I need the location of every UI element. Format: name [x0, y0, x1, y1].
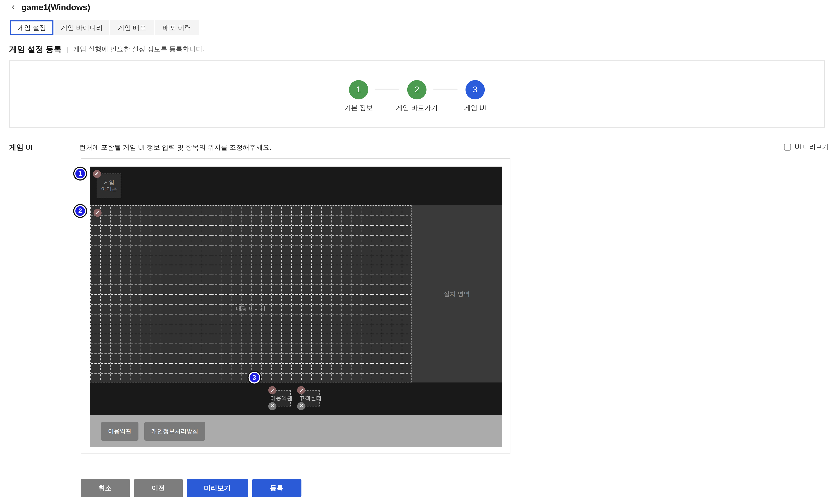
preview-button[interactable]: 미리보기: [187, 479, 248, 497]
game-icon-dropzone[interactable]: 게임 아이콘: [97, 174, 121, 198]
step-badge-2: 2: [74, 205, 86, 217]
edit-icon: [95, 172, 99, 176]
footer-divider: [9, 466, 825, 467]
back-icon[interactable]: ‹: [12, 2, 15, 12]
tab-game-binary[interactable]: 게임 바이너리: [54, 20, 109, 35]
step-badge-3: 3: [249, 372, 260, 383]
game-ui-label: 게임 UI: [9, 143, 33, 152]
section-description: 게임 실행에 필요한 설정 정보를 등록합니다.: [73, 45, 204, 54]
tab-game-deploy[interactable]: 게임 배포: [110, 20, 154, 35]
edit-icon: [95, 211, 100, 215]
mockup-header-band: [90, 167, 502, 205]
game-icon-dropzone-label-line2: 아이콘: [101, 186, 117, 192]
page-title: game1(Windows): [21, 3, 90, 12]
game-icon-dropzone-label-line1: 게임: [101, 179, 117, 186]
step-label-basic-info: 기본 정보: [344, 104, 373, 113]
mockup-bottom-band: [90, 382, 502, 415]
step-label-game-ui: 게임 UI: [464, 104, 486, 113]
install-area-label: 설치 영역: [443, 290, 470, 298]
tab-deploy-history[interactable]: 배포 이력: [155, 20, 199, 35]
section-title: 게임 설정 등록: [9, 44, 62, 55]
edit-icon: [270, 388, 275, 393]
step-circle-1: 1: [349, 80, 368, 99]
background-dropzone-label: 배경 이미지: [90, 305, 411, 312]
launcher-preview-panel: 게임 아이콘 배경 이미지: [81, 158, 510, 454]
game-ui-description: 런처에 포함될 게임 UI 정보 입력 및 항목의 위치를 조정해주세요.: [79, 143, 271, 152]
edit-icon: [299, 388, 304, 393]
submit-button[interactable]: 등록: [252, 479, 301, 497]
mockup-footer-bar: 이용약관 개인정보처리방침: [90, 415, 502, 447]
step-connector-2: [433, 89, 457, 90]
previous-button[interactable]: 이전: [134, 479, 182, 497]
footer-privacy-button[interactable]: 개인정보처리방침: [144, 422, 205, 440]
tab-game-settings[interactable]: 게임 설정: [10, 20, 54, 35]
step-circle-3: 3: [466, 80, 485, 99]
tab-bar: 게임 설정 게임 바이너리 게임 배포 배포 이력: [10, 20, 199, 35]
stepper-panel: 1 2 3 기본 정보 게임 바로가기 게임 UI: [9, 60, 825, 128]
action-bar: 취소 이전 미리보기 등록: [81, 479, 301, 497]
footer-terms-button[interactable]: 이용약관: [101, 422, 138, 440]
ui-preview-checkbox[interactable]: UI 미리보기: [784, 143, 828, 152]
step-connector-1: [374, 89, 399, 90]
step-circle-2: 2: [407, 80, 426, 99]
grid-pattern: [90, 206, 411, 382]
cancel-button[interactable]: 취소: [81, 479, 130, 497]
terms-dropzone-label: 이용약관: [270, 395, 293, 402]
step-label-shortcut: 게임 바로가기: [396, 104, 438, 113]
ui-preview-checkbox-label: UI 미리보기: [795, 143, 828, 152]
heading-divider: |: [67, 46, 68, 53]
install-area: 설치 영역: [412, 205, 502, 382]
section-heading: 게임 설정 등록 | 게임 실행에 필요한 설정 정보를 등록합니다.: [9, 44, 205, 55]
launcher-mockup: 게임 아이콘 배경 이미지: [90, 167, 502, 447]
checkbox-icon[interactable]: [784, 144, 791, 150]
support-dropzone-label: 고객센터: [299, 395, 322, 402]
page: ‹ game1(Windows) 게임 설정 게임 바이너리 게임 배포 배포 …: [0, 0, 838, 504]
background-image-dropzone[interactable]: 배경 이미지: [90, 205, 412, 382]
step-badge-1: 1: [74, 168, 86, 179]
